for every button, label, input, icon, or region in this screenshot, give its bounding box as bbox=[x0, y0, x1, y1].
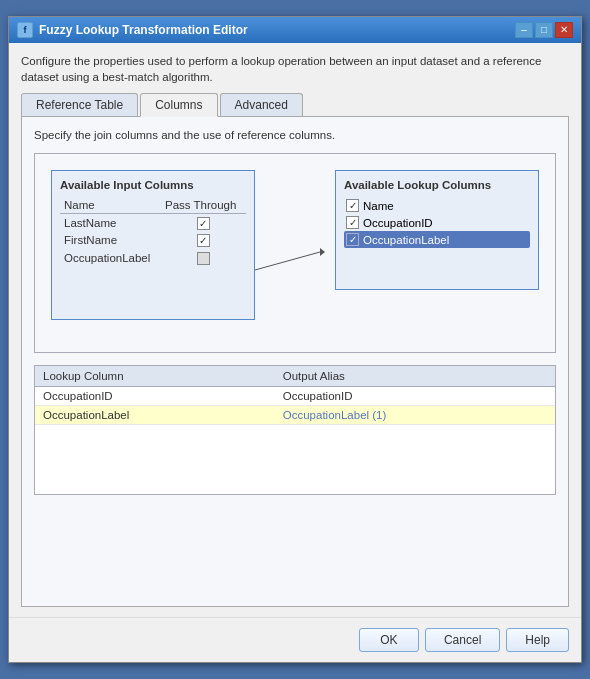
svg-line-0 bbox=[255, 252, 320, 270]
window-title: Fuzzy Lookup Transformation Editor bbox=[39, 23, 248, 37]
tab-advanced[interactable]: Advanced bbox=[220, 93, 303, 116]
checkbox-lookup-occupationlabel[interactable] bbox=[346, 233, 359, 246]
lookup-columns-box: Available Lookup Columns Name Occupation… bbox=[335, 170, 539, 290]
input-col-name-header: Name bbox=[60, 197, 161, 214]
lookup-row-occupationlabel[interactable]: OccupationLabel bbox=[344, 231, 530, 248]
lookup-col-occupationid: OccupationID bbox=[363, 217, 433, 229]
lower-table: Lookup Column Output Alias OccupationID … bbox=[35, 366, 555, 425]
lower-col-lookup: Lookup Column bbox=[35, 366, 275, 387]
minimize-button[interactable]: – bbox=[515, 22, 533, 38]
input-columns-table: Name Pass Through LastName bbox=[60, 197, 246, 266]
checkbox-lookup-name[interactable] bbox=[346, 199, 359, 212]
button-row: OK Cancel Help bbox=[9, 617, 581, 662]
checkbox-occupationlabel[interactable] bbox=[197, 252, 210, 265]
tab-reference-table[interactable]: Reference Table bbox=[21, 93, 138, 116]
input-col-passthrough-header: Pass Through bbox=[161, 197, 246, 214]
lower-table-area: Lookup Column Output Alias OccupationID … bbox=[34, 365, 556, 495]
lookup-col-occupationlabel: OccupationLabel bbox=[363, 234, 449, 246]
lower-lookup-occupationlabel: OccupationLabel bbox=[35, 406, 275, 425]
table-row: OccupationLabel OccupationLabel (1) bbox=[35, 406, 555, 425]
main-window: f Fuzzy Lookup Transformation Editor – □… bbox=[8, 16, 582, 663]
passthrough-firstname[interactable] bbox=[161, 232, 246, 249]
connector-svg bbox=[255, 170, 335, 320]
lookup-row-occupationid[interactable]: OccupationID bbox=[344, 214, 530, 231]
table-row: OccupationID OccupationID bbox=[35, 387, 555, 406]
tab-columns[interactable]: Columns bbox=[140, 93, 217, 117]
close-button[interactable]: ✕ bbox=[555, 22, 573, 38]
checkbox-lookup-occupationid[interactable] bbox=[346, 216, 359, 229]
table-row: OccupationLabel bbox=[60, 249, 246, 266]
help-button[interactable]: Help bbox=[506, 628, 569, 652]
svg-marker-1 bbox=[320, 248, 325, 256]
window-content: Configure the properties used to perform… bbox=[9, 43, 581, 617]
tab-content-columns: Specify the join columns and the use of … bbox=[21, 117, 569, 607]
table-row: LastName bbox=[60, 214, 246, 232]
columns-area: Available Input Columns Name Pass Throug… bbox=[34, 153, 556, 353]
input-col-firstname: FirstName bbox=[60, 232, 161, 249]
lower-col-alias: Output Alias bbox=[275, 366, 555, 387]
checkbox-lastname[interactable] bbox=[197, 217, 210, 230]
passthrough-occupationlabel[interactable] bbox=[161, 249, 246, 266]
lower-lookup-occupationid: OccupationID bbox=[35, 387, 275, 406]
window-description: Configure the properties used to perform… bbox=[21, 53, 569, 85]
input-columns-box: Available Input Columns Name Pass Throug… bbox=[51, 170, 255, 320]
lookup-columns-title: Available Lookup Columns bbox=[344, 179, 530, 191]
lookup-row-name[interactable]: Name bbox=[344, 197, 530, 214]
tab-description: Specify the join columns and the use of … bbox=[34, 129, 556, 141]
connector-area bbox=[255, 170, 335, 320]
lower-alias-occupationlabel: OccupationLabel (1) bbox=[275, 406, 555, 425]
tabs-row: Reference Table Columns Advanced bbox=[21, 93, 569, 117]
ok-button[interactable]: OK bbox=[359, 628, 419, 652]
checkbox-firstname[interactable] bbox=[197, 234, 210, 247]
input-col-occupationlabel: OccupationLabel bbox=[60, 249, 161, 266]
cancel-button[interactable]: Cancel bbox=[425, 628, 500, 652]
table-row: FirstName bbox=[60, 232, 246, 249]
title-controls: – □ ✕ bbox=[515, 22, 573, 38]
input-col-lastname: LastName bbox=[60, 214, 161, 232]
title-bar-left: f Fuzzy Lookup Transformation Editor bbox=[17, 22, 248, 38]
maximize-button[interactable]: □ bbox=[535, 22, 553, 38]
lookup-col-name: Name bbox=[363, 200, 394, 212]
title-bar: f Fuzzy Lookup Transformation Editor – □… bbox=[9, 17, 581, 43]
passthrough-lastname[interactable] bbox=[161, 214, 246, 232]
app-icon: f bbox=[17, 22, 33, 38]
lower-alias-occupationid: OccupationID bbox=[275, 387, 555, 406]
input-columns-title: Available Input Columns bbox=[60, 179, 246, 191]
